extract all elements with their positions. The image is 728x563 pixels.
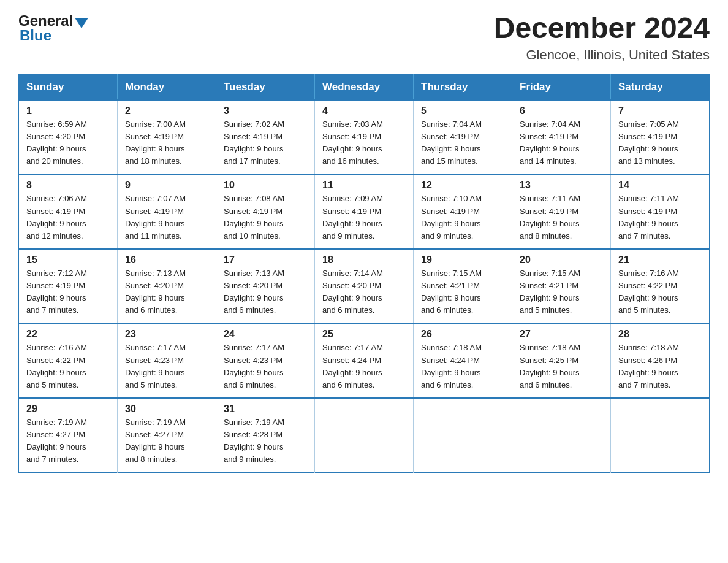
calendar-day-cell: 19 Sunrise: 7:15 AMSunset: 4:21 PMDaylig… (414, 249, 512, 324)
day-number: 17 (224, 255, 307, 266)
day-number: 3 (224, 105, 307, 117)
calendar-day-cell: 12 Sunrise: 7:10 AMSunset: 4:19 PMDaylig… (414, 174, 512, 249)
header-sunday: Sunday (19, 74, 118, 100)
page-header: General Blue December 2024 Glencoe, Illi… (18, 12, 710, 63)
day-info: Sunrise: 6:59 AMSunset: 4:20 PMDaylight:… (26, 120, 87, 166)
day-info: Sunrise: 7:18 AMSunset: 4:26 PMDaylight:… (618, 343, 679, 389)
calendar-day-cell: 22 Sunrise: 7:16 AMSunset: 4:22 PMDaylig… (19, 323, 118, 398)
day-info: Sunrise: 7:17 AMSunset: 4:23 PMDaylight:… (125, 343, 186, 389)
calendar-day-cell: 24 Sunrise: 7:17 AMSunset: 4:23 PMDaylig… (216, 323, 315, 398)
day-info: Sunrise: 7:12 AMSunset: 4:19 PMDaylight:… (26, 269, 87, 315)
logo-arrow-icon (75, 18, 88, 28)
day-info: Sunrise: 7:13 AMSunset: 4:20 PMDaylight:… (224, 269, 284, 315)
calendar-day-cell: 17 Sunrise: 7:13 AMSunset: 4:20 PMDaylig… (216, 249, 315, 324)
calendar-table: Sunday Monday Tuesday Wednesday Thursday… (18, 74, 710, 473)
day-number: 7 (618, 105, 702, 117)
day-info: Sunrise: 7:11 AMSunset: 4:19 PMDaylight:… (520, 194, 580, 240)
calendar-day-cell: 9 Sunrise: 7:07 AMSunset: 4:19 PMDayligh… (118, 174, 216, 249)
calendar-header-row: Sunday Monday Tuesday Wednesday Thursday… (19, 74, 710, 100)
day-info: Sunrise: 7:05 AMSunset: 4:19 PMDaylight:… (618, 120, 679, 166)
calendar-day-cell (414, 398, 512, 472)
calendar-day-cell: 14 Sunrise: 7:11 AMSunset: 4:19 PMDaylig… (611, 174, 710, 249)
day-number: 20 (520, 255, 603, 266)
day-number: 27 (520, 329, 603, 340)
day-info: Sunrise: 7:19 AMSunset: 4:27 PMDaylight:… (26, 418, 87, 464)
day-info: Sunrise: 7:18 AMSunset: 4:25 PMDaylight:… (520, 343, 580, 389)
calendar-week-row: 15 Sunrise: 7:12 AMSunset: 4:19 PMDaylig… (19, 249, 710, 324)
calendar-day-cell: 29 Sunrise: 7:19 AMSunset: 4:27 PMDaylig… (19, 398, 118, 472)
day-number: 28 (618, 329, 702, 340)
calendar-title: December 2024 (494, 12, 710, 45)
calendar-day-cell: 11 Sunrise: 7:09 AMSunset: 4:19 PMDaylig… (315, 174, 414, 249)
header-saturday: Saturday (611, 74, 710, 100)
day-info: Sunrise: 7:10 AMSunset: 4:19 PMDaylight:… (421, 194, 482, 240)
calendar-day-cell (512, 398, 611, 472)
day-info: Sunrise: 7:09 AMSunset: 4:19 PMDaylight:… (322, 194, 383, 240)
calendar-subtitle: Glencoe, Illinois, United States (494, 47, 710, 63)
day-info: Sunrise: 7:15 AMSunset: 4:21 PMDaylight:… (421, 269, 482, 315)
calendar-day-cell: 26 Sunrise: 7:18 AMSunset: 4:24 PMDaylig… (414, 323, 512, 398)
day-number: 13 (520, 180, 603, 191)
logo: General Blue (18, 12, 88, 44)
calendar-day-cell: 28 Sunrise: 7:18 AMSunset: 4:26 PMDaylig… (611, 323, 710, 398)
day-number: 6 (520, 105, 603, 117)
calendar-title-block: December 2024 Glencoe, Illinois, United … (494, 12, 710, 63)
calendar-week-row: 8 Sunrise: 7:06 AMSunset: 4:19 PMDayligh… (19, 174, 710, 249)
day-info: Sunrise: 7:19 AMSunset: 4:28 PMDaylight:… (224, 418, 284, 464)
day-info: Sunrise: 7:17 AMSunset: 4:24 PMDaylight:… (322, 343, 383, 389)
calendar-day-cell: 31 Sunrise: 7:19 AMSunset: 4:28 PMDaylig… (216, 398, 315, 472)
calendar-day-cell (611, 398, 710, 472)
calendar-day-cell: 3 Sunrise: 7:02 AMSunset: 4:19 PMDayligh… (216, 100, 315, 175)
day-info: Sunrise: 7:04 AMSunset: 4:19 PMDaylight:… (520, 120, 580, 166)
calendar-day-cell: 1 Sunrise: 6:59 AMSunset: 4:20 PMDayligh… (19, 100, 118, 175)
calendar-day-cell: 15 Sunrise: 7:12 AMSunset: 4:19 PMDaylig… (19, 249, 118, 324)
day-number: 5 (421, 105, 504, 117)
calendar-day-cell: 23 Sunrise: 7:17 AMSunset: 4:23 PMDaylig… (118, 323, 216, 398)
day-number: 26 (421, 329, 504, 340)
day-info: Sunrise: 7:06 AMSunset: 4:19 PMDaylight:… (26, 194, 87, 240)
day-number: 24 (224, 329, 307, 340)
calendar-day-cell (315, 398, 414, 472)
calendar-day-cell: 21 Sunrise: 7:16 AMSunset: 4:22 PMDaylig… (611, 249, 710, 324)
day-number: 9 (125, 180, 208, 191)
logo-blue-text: Blue (20, 27, 88, 44)
day-number: 4 (322, 105, 406, 117)
header-thursday: Thursday (414, 74, 512, 100)
day-info: Sunrise: 7:00 AMSunset: 4:19 PMDaylight:… (125, 120, 186, 166)
calendar-week-row: 1 Sunrise: 6:59 AMSunset: 4:20 PMDayligh… (19, 100, 710, 175)
day-number: 31 (224, 404, 307, 415)
day-info: Sunrise: 7:15 AMSunset: 4:21 PMDaylight:… (520, 269, 580, 315)
header-wednesday: Wednesday (315, 74, 414, 100)
header-tuesday: Tuesday (216, 74, 315, 100)
day-info: Sunrise: 7:19 AMSunset: 4:27 PMDaylight:… (125, 418, 186, 464)
header-monday: Monday (118, 74, 216, 100)
calendar-week-row: 29 Sunrise: 7:19 AMSunset: 4:27 PMDaylig… (19, 398, 710, 472)
day-info: Sunrise: 7:08 AMSunset: 4:19 PMDaylight:… (224, 194, 284, 240)
day-info: Sunrise: 7:18 AMSunset: 4:24 PMDaylight:… (421, 343, 482, 389)
day-number: 1 (26, 105, 110, 117)
header-friday: Friday (512, 74, 611, 100)
day-info: Sunrise: 7:07 AMSunset: 4:19 PMDaylight:… (125, 194, 186, 240)
calendar-day-cell: 4 Sunrise: 7:03 AMSunset: 4:19 PMDayligh… (315, 100, 414, 175)
day-number: 12 (421, 180, 504, 191)
calendar-day-cell: 13 Sunrise: 7:11 AMSunset: 4:19 PMDaylig… (512, 174, 611, 249)
day-info: Sunrise: 7:13 AMSunset: 4:20 PMDaylight:… (125, 269, 186, 315)
day-number: 21 (618, 255, 702, 266)
day-number: 18 (322, 255, 406, 266)
day-number: 11 (322, 180, 406, 191)
calendar-day-cell: 6 Sunrise: 7:04 AMSunset: 4:19 PMDayligh… (512, 100, 611, 175)
day-number: 16 (125, 255, 208, 266)
day-number: 25 (322, 329, 406, 340)
day-info: Sunrise: 7:04 AMSunset: 4:19 PMDaylight:… (421, 120, 482, 166)
calendar-day-cell: 7 Sunrise: 7:05 AMSunset: 4:19 PMDayligh… (611, 100, 710, 175)
day-info: Sunrise: 7:11 AMSunset: 4:19 PMDaylight:… (618, 194, 679, 240)
calendar-day-cell: 16 Sunrise: 7:13 AMSunset: 4:20 PMDaylig… (118, 249, 216, 324)
day-number: 30 (125, 404, 208, 415)
calendar-day-cell: 8 Sunrise: 7:06 AMSunset: 4:19 PMDayligh… (19, 174, 118, 249)
calendar-day-cell: 25 Sunrise: 7:17 AMSunset: 4:24 PMDaylig… (315, 323, 414, 398)
day-number: 29 (26, 404, 110, 415)
day-number: 23 (125, 329, 208, 340)
day-number: 14 (618, 180, 702, 191)
day-info: Sunrise: 7:17 AMSunset: 4:23 PMDaylight:… (224, 343, 284, 389)
day-info: Sunrise: 7:03 AMSunset: 4:19 PMDaylight:… (322, 120, 383, 166)
